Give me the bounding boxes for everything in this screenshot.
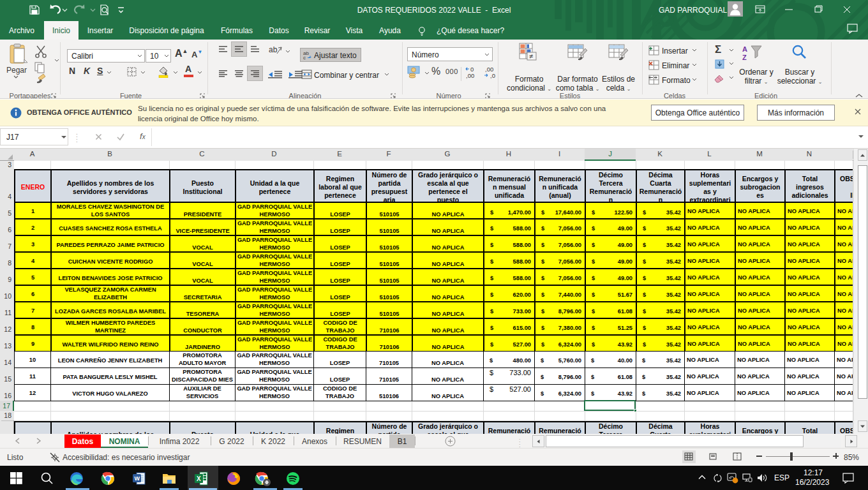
svg-text:Z: Z <box>742 54 747 61</box>
svg-text:,00: ,00 <box>466 72 474 79</box>
svg-text:,0: ,0 <box>490 72 495 79</box>
svg-text:W: W <box>135 475 140 482</box>
svg-text:X: X <box>197 475 201 482</box>
svg-text:c: c <box>303 55 306 60</box>
svg-text:≠: ≠ <box>529 52 533 60</box>
svg-text:ab: ab <box>269 45 278 54</box>
svg-text:A: A <box>742 45 747 53</box>
